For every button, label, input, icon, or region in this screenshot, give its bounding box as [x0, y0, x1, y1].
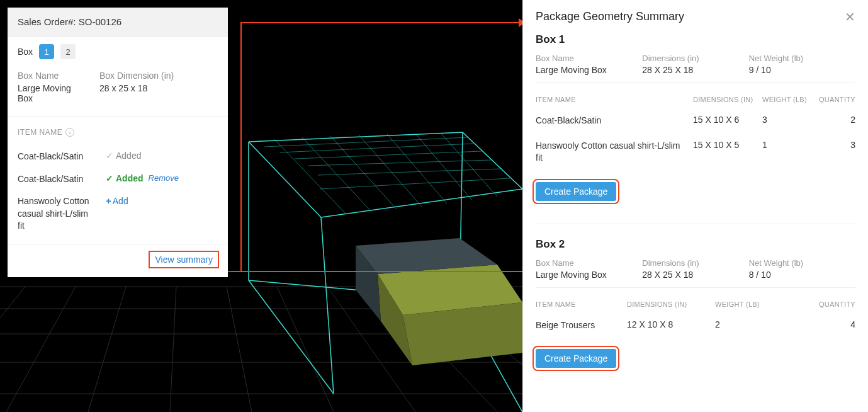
- cell-wt: 1: [762, 140, 813, 150]
- box-name-label: Box Name: [18, 71, 81, 81]
- box-tab-2[interactable]: 2: [60, 44, 76, 59]
- box-dim-value: 28 x 25 x 18: [99, 83, 174, 93]
- col-item-header: ITEM NAME: [536, 300, 627, 308]
- cell-qty: 3: [813, 140, 855, 150]
- order-panel: Sales Order#: SO-00126 Box 1 2 Box Name …: [8, 8, 228, 277]
- check-icon: ✓: [106, 151, 113, 161]
- check-icon: ✓: [106, 173, 113, 183]
- box-name-value: Large Moving Box: [536, 270, 642, 280]
- svg-line-24: [320, 178, 510, 189]
- callout-connector: [222, 271, 524, 272]
- net-weight-label: Net Weight (lb): [749, 258, 855, 268]
- net-weight-label: Net Weight (lb): [749, 54, 855, 63]
- cell-name: Beige Trousers: [536, 319, 627, 332]
- info-icon[interactable]: i: [65, 128, 74, 137]
- svg-line-21: [295, 151, 482, 159]
- col-wt-header: WEIGHT (LB): [762, 96, 813, 103]
- dimensions-label: Dimensions (in): [642, 54, 748, 63]
- svg-line-28: [359, 135, 422, 207]
- net-weight-value: 9 / 10: [749, 65, 855, 75]
- cell-dim: 15 X 10 X 6: [693, 115, 762, 125]
- svg-line-6: [0, 287, 25, 412]
- item-list: ITEM NAME i Coat-Black/Satin ✓ Added Coa…: [8, 117, 228, 244]
- box-name-label: Box Name: [536, 258, 642, 268]
- box-tab-1[interactable]: 1: [39, 44, 54, 59]
- cell-dim: 15 X 10 X 5: [693, 140, 762, 150]
- order-id: SO-00126: [79, 16, 121, 27]
- cell-name: Coat-Black/Satin: [536, 115, 693, 127]
- cell-wt: 3: [762, 115, 813, 125]
- table-row: Coat-Black/Satin 15 X 10 X 6 3 2: [536, 108, 855, 134]
- svg-line-22: [308, 160, 491, 166]
- svg-line-8: [88, 287, 126, 412]
- dimensions-label: Dimensions (in): [642, 258, 748, 268]
- item-name: Coat-Black/Satin: [18, 173, 93, 186]
- add-item-button[interactable]: + Add: [106, 195, 128, 206]
- box-name-value: Large Moving Box: [536, 65, 642, 75]
- add-label: Add: [113, 196, 128, 206]
- net-weight-value: 8 / 10: [749, 270, 855, 280]
- dimensions-value: 28 X 25 X 18: [642, 65, 748, 75]
- summary-box-2: Box 2 Box Name Large Moving Box Dimensio…: [523, 236, 868, 377]
- summary-panel: Package Geometry Summary ✕ Box 1 Box Nam…: [522, 0, 868, 412]
- svg-line-11: [277, 287, 334, 412]
- item-name: Coat-Black/Satin: [18, 151, 93, 163]
- svg-line-10: [227, 287, 252, 412]
- table-row: Beige Trousers 12 X 10 X 8 2 4: [536, 313, 855, 338]
- col-dim-header: DIMENSIONS (IN): [693, 96, 762, 103]
- box-tabs-label: Box: [18, 47, 33, 57]
- svg-line-26: [302, 137, 371, 212]
- item-status-added: ✓ Added: [106, 151, 141, 161]
- item-name: Hanswooly Cotton casual shirt-L/slim fit: [18, 195, 93, 232]
- cell-wt: 2: [715, 319, 784, 329]
- create-package-button[interactable]: Create Package: [536, 349, 616, 368]
- box-tab-row: Box 1 2: [8, 37, 228, 59]
- svg-line-18: [321, 217, 334, 394]
- svg-line-7: [6, 287, 76, 412]
- col-qty-header: QUANTITY: [784, 300, 855, 308]
- list-item: Coat-Black/Satin ✓ Added: [18, 146, 218, 168]
- view-summary-button[interactable]: View summary: [149, 251, 219, 268]
- remove-link[interactable]: Remove: [149, 173, 179, 183]
- items-table: ITEM NAME DIMENSIONS (IN) WEIGHT (LB) QU…: [536, 300, 855, 338]
- view-summary-row: View summary: [8, 244, 228, 277]
- dimensions-value: 28 X 25 X 18: [642, 270, 748, 280]
- box-title: Box 1: [536, 33, 855, 46]
- item-name-header: ITEM NAME: [18, 128, 62, 137]
- close-icon[interactable]: ✕: [845, 11, 855, 23]
- cell-name: Hanswooly Cotton casual shirt-L/slim fit: [536, 140, 693, 164]
- list-item: Hanswooly Cotton casual shirt-L/slim fit…: [18, 190, 218, 237]
- summary-title: Package Geometry Summary: [536, 10, 684, 23]
- col-qty-header: QUANTITY: [813, 96, 855, 103]
- order-title-prefix: Sales Order#:: [18, 16, 79, 27]
- col-wt-header: WEIGHT (LB): [715, 300, 784, 308]
- list-item: Coat-Black/Satin ✓ Added Remove: [18, 168, 218, 191]
- svg-line-23: [318, 169, 500, 175]
- added-label: Added: [116, 173, 144, 183]
- plus-icon: +: [106, 195, 111, 206]
- cell-qty: 2: [813, 115, 855, 125]
- svg-line-31: [441, 133, 497, 197]
- items-table: ITEM NAME DIMENSIONS (IN) WEIGHT (LB) QU…: [536, 96, 855, 171]
- cell-qty: 4: [784, 319, 855, 329]
- order-title: Sales Order#: SO-00126: [8, 8, 228, 37]
- col-dim-header: DIMENSIONS (IN): [627, 300, 715, 308]
- box-name-label: Box Name: [536, 54, 642, 63]
- svg-line-29: [387, 134, 447, 203]
- svg-line-30: [415, 134, 472, 200]
- item-status-added-active: ✓ Added Remove: [106, 173, 179, 183]
- callout-connector: [240, 22, 242, 271]
- box-title: Box 2: [536, 238, 855, 251]
- added-label: Added: [116, 151, 141, 161]
- cell-dim: 12 X 10 X 8: [627, 319, 715, 329]
- item-list-header: ITEM NAME i: [18, 128, 218, 137]
- callout-connector: [240, 22, 522, 23]
- box-name-value: Large Moving Box: [18, 83, 81, 103]
- box-dim-label: Box Dimension (in): [99, 71, 174, 81]
- box-meta: Box Name Large Moving Box Box Dimension …: [8, 59, 228, 117]
- create-package-button[interactable]: Create Package: [536, 182, 616, 201]
- summary-header: Package Geometry Summary ✕: [523, 0, 868, 31]
- summary-box-1: Box 1 Box Name Large Moving Box Dimensio…: [523, 31, 868, 210]
- svg-line-9: [170, 287, 176, 412]
- table-row: Hanswooly Cotton casual shirt-L/slim fit…: [536, 134, 855, 171]
